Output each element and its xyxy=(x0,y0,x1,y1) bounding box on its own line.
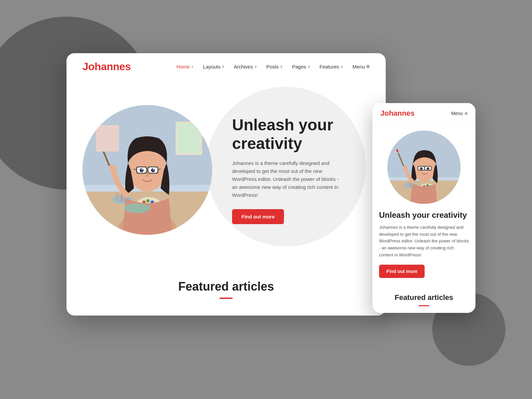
svg-rect-39 xyxy=(410,182,411,187)
mobile-featured-title: Featured articles xyxy=(379,293,469,302)
svg-rect-38 xyxy=(407,182,409,187)
svg-point-18 xyxy=(151,168,155,172)
mobile-hero-image xyxy=(387,131,461,204)
desktop-header: Johannes Home ∨ Layouts ∨ Archives ∨ Pos… xyxy=(66,53,386,80)
mobile-find-out-button[interactable]: Find out more xyxy=(379,265,425,278)
hamburger-icon: ≡ xyxy=(465,111,467,116)
nav-item-pages[interactable]: Pages ∨ xyxy=(292,64,310,69)
svg-rect-32 xyxy=(96,125,119,152)
desktop-mockup: Johannes Home ∨ Layouts ∨ Archives ∨ Pos… xyxy=(66,53,386,316)
svg-point-26 xyxy=(146,173,149,177)
desktop-featured-section: Featured articles xyxy=(66,273,386,316)
desktop-nav: Home ∨ Layouts ∨ Archives ∨ Posts ∨ Page… xyxy=(177,63,370,70)
nav-item-menu[interactable]: Menu ≡ xyxy=(352,63,370,70)
svg-rect-31 xyxy=(177,123,200,153)
mobile-mockup: Johannes Menu ≡ xyxy=(372,103,475,313)
desktop-find-out-button[interactable]: Find out more xyxy=(232,209,284,224)
mobile-featured-divider xyxy=(419,305,429,306)
mobile-image-placeholder xyxy=(387,131,461,204)
mobile-hero-title: Unleash your creativity xyxy=(379,210,469,220)
chevron-down-icon: ∨ xyxy=(191,65,194,69)
hero-image-placeholder xyxy=(82,105,212,235)
svg-point-48 xyxy=(420,167,423,170)
mobile-menu-button[interactable]: Menu ≡ xyxy=(451,111,467,116)
svg-point-19 xyxy=(142,169,143,170)
desktop-hero-title: Unleash your creativity xyxy=(232,116,345,152)
hero-image xyxy=(82,105,212,235)
chevron-down-icon: ∨ xyxy=(280,65,283,69)
nav-item-posts[interactable]: Posts ∨ xyxy=(266,64,283,69)
chevron-down-icon: ∨ xyxy=(340,65,343,69)
mobile-featured-section: Featured articles xyxy=(372,290,475,313)
svg-rect-4 xyxy=(116,193,118,201)
svg-point-9 xyxy=(146,199,150,202)
mobile-hero-description: Johannes is a theme carefully designed a… xyxy=(379,224,469,259)
desktop-featured-divider xyxy=(219,298,233,299)
desktop-logo: Johannes xyxy=(82,61,131,73)
svg-point-33 xyxy=(124,203,151,213)
chevron-down-icon: ∨ xyxy=(254,65,257,69)
nav-item-layouts[interactable]: Layouts ∨ xyxy=(203,64,225,69)
mobile-header: Johannes Menu ≡ xyxy=(372,103,475,124)
chevron-down-icon: ∨ xyxy=(222,65,224,69)
mobile-logo: Johannes xyxy=(380,109,415,118)
desktop-featured-title: Featured articles xyxy=(82,280,370,294)
chevron-down-icon: ∨ xyxy=(308,65,310,69)
svg-rect-5 xyxy=(121,194,123,201)
nav-item-home[interactable]: Home ∨ xyxy=(177,64,194,69)
hamburger-icon: ≡ xyxy=(366,63,370,70)
desktop-hero-content: Unleash your creativity Johannes is a th… xyxy=(232,116,345,224)
scene: Johannes Home ∨ Layouts ∨ Archives ∨ Pos… xyxy=(66,37,466,362)
svg-point-49 xyxy=(427,167,429,170)
nav-item-features[interactable]: Features ∨ xyxy=(320,64,343,69)
desktop-hero: Unleash your creativity Johannes is a th… xyxy=(66,80,386,273)
nav-item-archives[interactable]: Archives ∨ xyxy=(234,64,257,69)
svg-point-17 xyxy=(140,168,144,172)
svg-point-20 xyxy=(153,169,154,170)
desktop-hero-description: Johannes is a theme carefully designed a… xyxy=(232,159,345,199)
mobile-hero: Unleash your creativity Johannes is a th… xyxy=(372,124,475,290)
